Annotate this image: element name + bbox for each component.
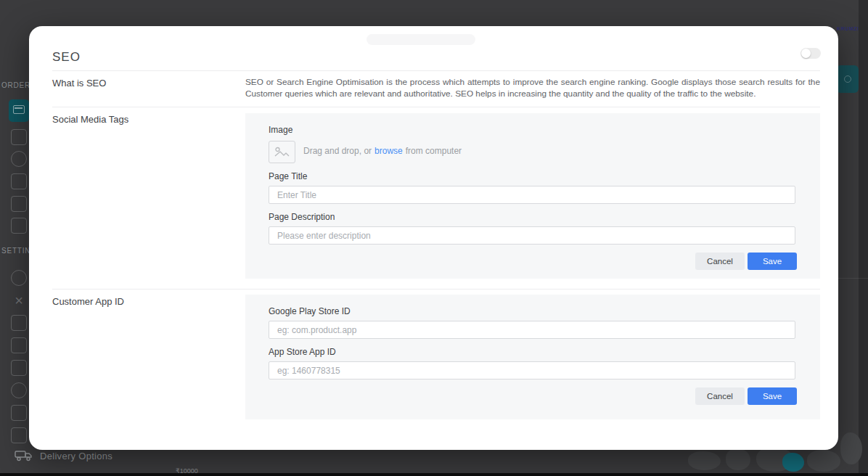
map-landmass bbox=[807, 450, 840, 472]
divider bbox=[52, 70, 820, 71]
dropzone-text: Drag and drop, orbrowsefrom computer bbox=[303, 146, 462, 156]
seo-enable-toggle[interactable] bbox=[801, 48, 821, 59]
seo-modal: SEO What is SEO SEO or Search Engine Opt… bbox=[29, 26, 838, 450]
google-play-store-id-input[interactable] bbox=[269, 321, 795, 339]
social-media-tags-panel: Image Drag and drop, orbrowsefrom comput… bbox=[245, 113, 820, 279]
background-row-line bbox=[838, 278, 868, 279]
brand-logo: KRUMZI bbox=[837, 26, 859, 31]
delivery-options-label: Delivery Options bbox=[40, 451, 112, 461]
app-screen: KRUMZI ORDERS SETTING × Delivery Options… bbox=[0, 0, 868, 476]
image-field-label: Image bbox=[269, 125, 292, 135]
catalog-icon[interactable] bbox=[11, 173, 27, 189]
cancel-button[interactable]: Cancel bbox=[695, 387, 745, 405]
browse-link[interactable]: browse bbox=[374, 146, 403, 156]
page-description-input[interactable] bbox=[269, 226, 795, 245]
page-title-input[interactable] bbox=[269, 186, 795, 204]
map-region-highlight bbox=[782, 453, 804, 472]
background-right-strip bbox=[859, 0, 868, 476]
image-dropzone[interactable] bbox=[269, 141, 295, 163]
page-title-label: Page Title bbox=[269, 171, 307, 181]
store-icon[interactable] bbox=[11, 196, 27, 212]
page-description-label: Page Description bbox=[269, 212, 335, 222]
app-store-app-id-input[interactable] bbox=[269, 361, 795, 379]
what-is-seo-label: What is SEO bbox=[52, 78, 106, 89]
help-button[interactable] bbox=[836, 65, 859, 93]
display-icon[interactable] bbox=[11, 218, 27, 234]
help-icon bbox=[844, 75, 851, 83]
customer-app-id-panel: Google Play Store ID App Store App ID Ca… bbox=[245, 295, 820, 419]
toggle-knob bbox=[801, 49, 811, 58]
reports-icon[interactable] bbox=[11, 360, 27, 376]
divider bbox=[52, 107, 820, 107]
what-is-seo-description: SEO or Search Engine Optimisation is the… bbox=[245, 77, 820, 99]
brush-icon[interactable] bbox=[11, 315, 27, 331]
orders-active-icon[interactable] bbox=[9, 99, 29, 122]
social-media-tags-label: Social Media Tags bbox=[52, 114, 128, 125]
app-store-app-id-label: App Store App ID bbox=[269, 347, 336, 357]
purchases-icon[interactable] bbox=[11, 129, 27, 145]
loading-shimmer bbox=[367, 34, 475, 45]
divider bbox=[52, 289, 820, 290]
save-button[interactable]: Save bbox=[748, 387, 797, 405]
map-landmass bbox=[840, 432, 862, 464]
gear-icon[interactable] bbox=[11, 382, 27, 398]
delivery-truck-icon bbox=[15, 450, 33, 461]
close-icon[interactable]: × bbox=[11, 292, 27, 308]
cancel-button[interactable]: Cancel bbox=[695, 253, 745, 270]
account-icon[interactable] bbox=[11, 270, 27, 286]
sidebar-item-delivery-options[interactable]: Delivery Options bbox=[15, 450, 112, 461]
customer-support-icon[interactable] bbox=[11, 151, 27, 167]
billing-icon[interactable] bbox=[11, 405, 27, 421]
bottom-bar bbox=[0, 473, 868, 476]
apps-icon[interactable] bbox=[11, 427, 27, 443]
google-play-store-id-label: Google Play Store ID bbox=[269, 306, 351, 316]
marketing-icon[interactable] bbox=[11, 337, 27, 353]
image-placeholder-icon bbox=[274, 147, 290, 157]
customer-app-id-label: Customer App ID bbox=[52, 296, 124, 307]
modal-title: SEO bbox=[52, 50, 81, 65]
save-button[interactable]: Save bbox=[748, 253, 797, 270]
map-landmass bbox=[688, 451, 721, 470]
map-landmass bbox=[726, 448, 750, 470]
